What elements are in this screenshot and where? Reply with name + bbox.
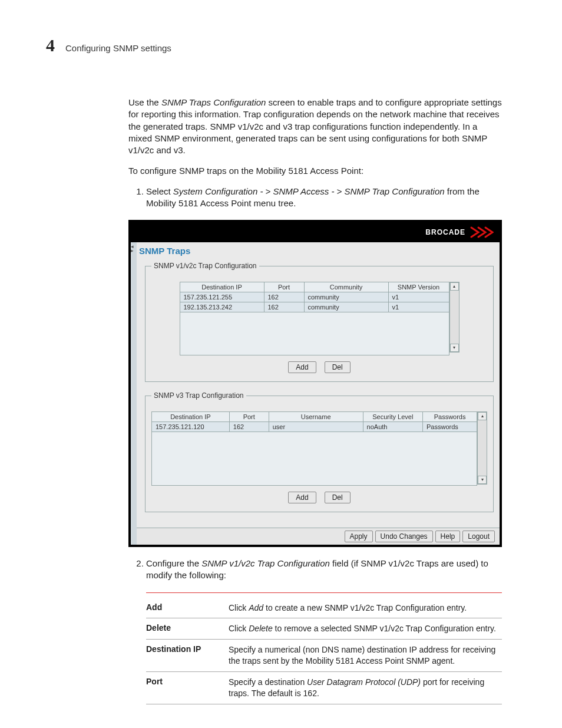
apply-button[interactable]: Apply (345, 531, 373, 542)
v3-scrollbar[interactable]: ▴ ▾ (477, 411, 487, 485)
fieldset-v3-legend: SNMP v3 Trap Configuration (151, 391, 246, 400)
lead-line: To configure SNMP traps on the Mobility … (128, 165, 502, 177)
table-row[interactable]: 157.235.121.255 162 community v1 (180, 292, 449, 302)
v3-del-button[interactable]: Del (325, 492, 351, 503)
steps-list: Select System Configuration - > SNMP Acc… (128, 186, 502, 210)
definition-row: Port Specify a destination User Datagram… (146, 672, 502, 704)
scroll-down-icon[interactable]: ▾ (478, 476, 487, 484)
v3-add-button[interactable]: Add (288, 492, 316, 503)
section-title: Configuring SNMP settings (65, 43, 171, 53)
chapter-number: 4 (46, 35, 55, 55)
brand-logo-icon (470, 226, 494, 238)
definition-row: Delete Click Delete to remove a selected… (146, 618, 502, 640)
definition-term: Delete (146, 623, 229, 634)
v1v2c-scrollbar[interactable]: ▴ ▾ (449, 282, 459, 353)
definition-term: Port (146, 677, 229, 699)
table-empty-area (152, 432, 477, 486)
v1v2c-del-button[interactable]: Del (325, 361, 351, 373)
definition-term: Add (146, 602, 229, 614)
logout-button[interactable]: Logout (462, 531, 495, 542)
definition-term: Destination IP (146, 644, 229, 667)
screenshot-footer-bar: Apply Undo Changes Help Logout (137, 528, 500, 545)
step-1: Select System Configuration - > SNMP Acc… (146, 186, 502, 210)
col-username: Username (269, 412, 363, 422)
table-empty-area (180, 312, 449, 355)
table-header-row: Destination IP Port Community SNMP Versi… (180, 282, 449, 292)
embedded-screenshot: BROCADE ◂▸ SNMP Traps SNMP v1/v2c Trap C… (128, 220, 502, 547)
definition-desc: Click Add to create a new SNMP v1/v2c Tr… (229, 602, 467, 614)
col-port: Port (264, 282, 304, 292)
sidebar-toggle-icon[interactable]: ◂▸ (131, 245, 134, 253)
fieldset-v3: SNMP v3 Trap Configuration Destination I… (145, 391, 494, 512)
page-header: 4 Configuring SNMP settings (46, 35, 508, 55)
col-port: Port (229, 412, 269, 422)
panel-title: SNMP Traps (137, 242, 500, 258)
scroll-up-icon[interactable]: ▴ (450, 282, 459, 291)
definition-desc: Click Delete to remove a selected SNMP v… (229, 623, 496, 634)
col-version: SNMP Version (388, 282, 449, 292)
fieldset-v1v2c: SNMP v1/v2c Trap Configuration Destinati… (145, 262, 494, 382)
step-2: Configure the SNMP v1/v2c Trap Configura… (146, 558, 502, 582)
definition-desc: Specify a numerical (non DNS name) desti… (229, 644, 502, 667)
table-row[interactable]: 192.135.213.242 162 community v1 (180, 302, 449, 312)
intro-paragraph: Use the SNMP Traps Configuration screen … (128, 97, 502, 156)
col-dest-ip: Destination IP (180, 282, 264, 292)
scroll-up-icon[interactable]: ▴ (478, 412, 487, 420)
definition-row: Add Click Add to create a new SNMP v1/v2… (146, 598, 502, 619)
steps-list-cont: Configure the SNMP v1/v2c Trap Configura… (128, 558, 502, 582)
help-button[interactable]: Help (435, 531, 461, 542)
v1v2c-table[interactable]: Destination IP Port Community SNMP Versi… (180, 282, 449, 355)
undo-changes-button[interactable]: Undo Changes (375, 531, 433, 542)
screenshot-topbar: BROCADE (131, 222, 500, 242)
table-row[interactable]: 157.235.121.120 162 user noAuth Password… (152, 422, 477, 432)
table-header-row: Destination IP Port Username Security Le… (152, 412, 477, 422)
definition-table: Add Click Add to create a new SNMP v1/v2… (146, 592, 502, 704)
fieldset-v1v2c-legend: SNMP v1/v2c Trap Configuration (151, 262, 259, 270)
definition-desc: Specify a destination User Datagram Prot… (229, 677, 502, 699)
col-passwords: Passwords (422, 412, 477, 422)
v1v2c-add-button[interactable]: Add (288, 361, 316, 373)
col-security: Security Level (363, 412, 422, 422)
brand-text: BROCADE (425, 228, 465, 236)
definition-top-rule (146, 592, 502, 593)
col-dest-ip: Destination IP (152, 412, 230, 422)
scroll-down-icon[interactable]: ▾ (450, 344, 459, 352)
v3-table[interactable]: Destination IP Port Username Security Le… (151, 411, 477, 486)
col-community: Community (304, 282, 388, 292)
definition-row: Destination IP Specify a numerical (non … (146, 640, 502, 672)
